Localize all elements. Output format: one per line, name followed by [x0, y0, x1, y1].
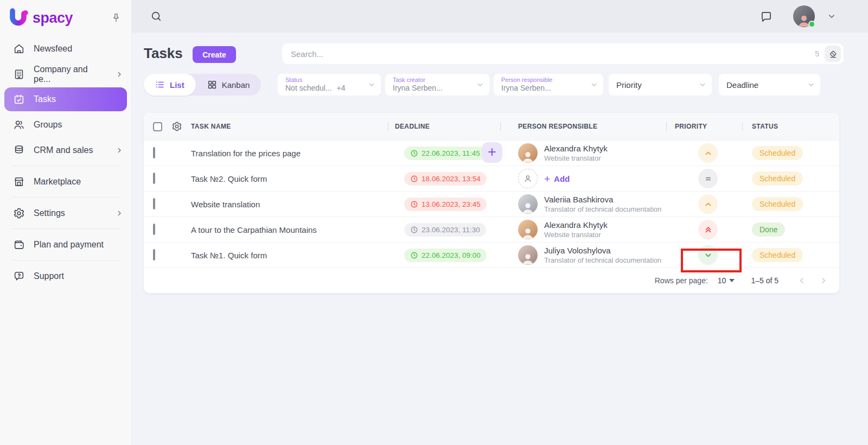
sidebar-item-company-and-pe[interactable]: Company and pe...: [0, 61, 131, 87]
row-checkbox[interactable]: [153, 249, 155, 260]
pin-icon[interactable]: [111, 12, 122, 23]
pagination-prev-button[interactable]: [797, 276, 807, 285]
task-name[interactable]: Website translation: [191, 200, 388, 209]
person-role: Website translator: [544, 154, 608, 162]
sidebar-item-label: CRM and sales: [34, 145, 93, 155]
quick-add-button[interactable]: +: [482, 142, 502, 163]
person-cell[interactable]: Juliya VoloshylovaTranslator of technica…: [500, 245, 666, 265]
filter-value-text: Iryna Serben...: [393, 84, 443, 92]
sidebar-item-label: Plan and payment: [34, 240, 104, 250]
user-avatar[interactable]: [793, 5, 815, 27]
person-name: Alexandra Khytyk: [544, 220, 608, 230]
create-button[interactable]: Create: [193, 46, 236, 63]
sidebar-item-crm-and-sales[interactable]: CRM and sales: [0, 137, 131, 163]
status-badge[interactable]: Scheduled: [752, 171, 803, 186]
person-cell[interactable]: Alexandra KhytykWebsite translator: [500, 143, 666, 163]
status-badge[interactable]: Scheduled: [752, 248, 803, 262]
status-badge[interactable]: Scheduled: [752, 197, 803, 211]
task-search-input[interactable]: [291, 49, 815, 59]
priority-medium-icon[interactable]: [698, 169, 718, 188]
task-name[interactable]: Translation for the prices page: [191, 149, 388, 158]
logo-row: spacy: [0, 0, 131, 36]
priority-low-icon[interactable]: [698, 245, 718, 265]
row-checkbox[interactable]: [153, 173, 155, 184]
priority-high-icon[interactable]: [698, 143, 718, 163]
row-checkbox[interactable]: [153, 224, 155, 235]
table-row[interactable]: A tour to the Carpathian Mountains 23.06…: [144, 217, 839, 242]
row-checkbox[interactable]: [153, 147, 155, 158]
sidebar-item-marketplace[interactable]: Marketplace: [0, 169, 131, 194]
main-content: Tasks Create 5 List K: [132, 33, 868, 445]
person-cell[interactable]: Alexandra KhytykWebsite translator: [500, 220, 666, 239]
messenger-icon[interactable]: [760, 10, 773, 23]
view-toggle-list[interactable]: List: [144, 74, 196, 96]
select-caret-icon: [729, 279, 735, 282]
task-name[interactable]: A tour to the Carpathian Mountains: [191, 225, 388, 234]
status-badge[interactable]: Scheduled: [752, 146, 803, 160]
task-name[interactable]: Task №1. Quick form: [191, 251, 388, 260]
row-checkbox[interactable]: [153, 198, 155, 209]
filter-deadline[interactable]: Deadline: [719, 74, 820, 96]
person-cell[interactable]: Valeriia BashkirovaTranslator of technic…: [500, 194, 666, 214]
filter-status[interactable]: Status Not schedul... +4: [278, 74, 381, 96]
sidebar-item-support[interactable]: Support: [0, 263, 131, 289]
page-title: Tasks: [144, 45, 183, 62]
add-person-label: Add: [554, 174, 570, 183]
deadline-chip[interactable]: 22.06.2023, 09:00: [404, 249, 487, 262]
sidebar-item-plan-and-payment[interactable]: Plan and payment: [0, 232, 131, 257]
sidebar-item-newsfeed[interactable]: Newsfeed: [0, 36, 131, 61]
search-icon[interactable]: [150, 10, 162, 22]
sidebar-item-label: Groups: [34, 120, 62, 130]
chevron-down-icon: [698, 80, 707, 89]
add-person-button[interactable]: +Add: [544, 174, 570, 184]
chevron-down-icon: [807, 80, 815, 89]
filter-person-responsible[interactable]: Person responsible Iryna Serben...: [494, 74, 603, 96]
view-toggle-kanban[interactable]: Kanban: [196, 74, 261, 96]
column-header-priority: PRIORITY: [666, 113, 742, 140]
clock-icon: [410, 175, 418, 183]
sidebar-divider: [11, 260, 120, 260]
priority-urgent-icon[interactable]: [698, 220, 718, 239]
logo-text: spacy: [33, 10, 73, 27]
chevron-right-icon: [115, 209, 124, 218]
sidebar-item-groups[interactable]: Groups: [0, 112, 131, 137]
clear-search-button[interactable]: [825, 46, 841, 62]
filter-value-text: Not schedul...: [285, 84, 332, 92]
filter-value-text: Deadline: [726, 80, 758, 90]
priority-high-icon[interactable]: [698, 194, 718, 214]
sidebar-item-icon: [13, 43, 25, 55]
sidebar-item-tasks[interactable]: Tasks: [4, 87, 127, 111]
plus-icon: +: [544, 174, 550, 184]
deadline-chip[interactable]: 18.06.2023, 13:54: [404, 172, 487, 186]
sidebar-item-settings[interactable]: Settings: [0, 200, 131, 226]
sidebar-item-icon: [13, 119, 25, 131]
person-name: Valeriia Bashkirova: [544, 195, 661, 204]
filter-task-creator[interactable]: Task creator Iryna Serben...: [385, 74, 489, 96]
deadline-text: 18.06.2023, 13:54: [422, 175, 481, 183]
rows-per-page-select[interactable]: 10: [718, 276, 735, 285]
uspacy-logo[interactable]: spacy: [8, 7, 73, 29]
avatar: [518, 143, 538, 163]
filter-priority[interactable]: Priority: [609, 74, 712, 96]
sidebar-item-icon: [13, 144, 25, 156]
profile-chevron-down-icon[interactable]: [827, 11, 837, 21]
logo-u-icon: [8, 7, 31, 29]
table-row[interactable]: Website translation 13.06.2023, 23:45 Va…: [144, 191, 839, 217]
table-settings-gear-icon[interactable]: [171, 121, 182, 132]
pagination-next-button[interactable]: [819, 276, 828, 285]
table-row[interactable]: Task №2. Quick form 18.06.2023, 13:54 +A…: [144, 166, 839, 191]
sidebar-item-icon: [13, 239, 25, 251]
sidebar-item-icon: [13, 93, 25, 105]
task-name[interactable]: Task №2. Quick form: [191, 174, 388, 183]
sidebar-item-icon: [13, 68, 25, 80]
deadline-chip[interactable]: 13.06.2023, 23:45: [404, 198, 487, 211]
person-cell[interactable]: +Add: [500, 169, 666, 188]
search-result-count: 5: [815, 49, 819, 58]
status-badge[interactable]: Done: [752, 223, 785, 237]
select-all-checkbox[interactable]: [153, 122, 162, 131]
deadline-chip[interactable]: 23.06.2023, 11:30: [404, 223, 486, 237]
kanban-icon: [207, 80, 217, 90]
deadline-chip[interactable]: 22.06.2023, 11:45: [404, 147, 486, 160]
sidebar-item-label: Marketplace: [34, 177, 81, 187]
table-row[interactable]: Task №1. Quick form 22.06.2023, 09:00 Ju…: [144, 242, 839, 268]
